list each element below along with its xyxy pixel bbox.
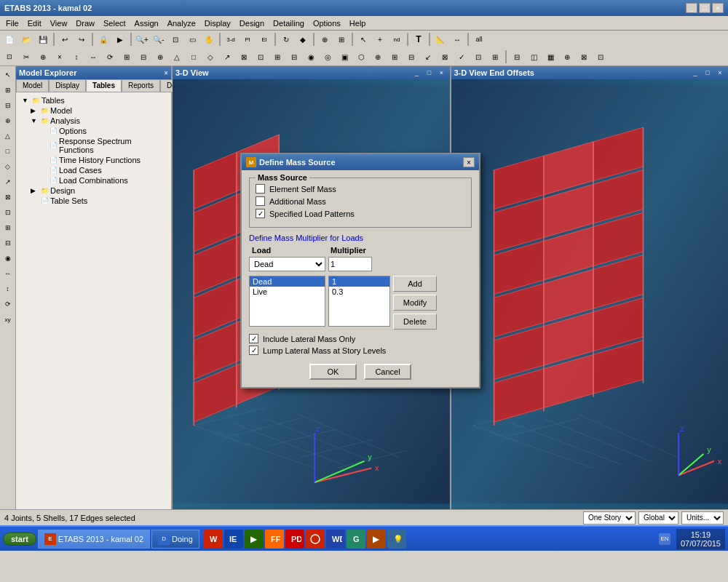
expand-analysis[interactable]: ▼ xyxy=(31,117,39,124)
tb2-13[interactable]: ◇ xyxy=(202,49,218,65)
maximize-btn[interactable]: □ xyxy=(699,3,711,13)
taskbar-etabs[interactable]: E ETABS 2013 - kamal 02 xyxy=(38,530,150,549)
taskbar-icon-3[interactable]: ▶ xyxy=(245,530,264,549)
load-list-dead[interactable]: Dead xyxy=(250,276,325,287)
add-node-btn[interactable]: + xyxy=(372,31,388,47)
left-btn17[interactable]: xy xyxy=(1,312,15,327)
tb2-24[interactable]: ⊞ xyxy=(387,49,403,65)
tb2-22[interactable]: ⬡ xyxy=(353,49,369,65)
tb2-36[interactable]: ⊡ xyxy=(593,49,609,65)
expand-design[interactable]: ▶ xyxy=(31,187,39,194)
lock-btn[interactable]: 🔒 xyxy=(95,31,111,47)
taskbar-icon-9[interactable]: ▶ xyxy=(367,530,386,549)
model-explorer-close[interactable]: × xyxy=(164,69,168,77)
left-btn5[interactable]: △ xyxy=(1,129,15,143)
left-btn11[interactable]: ⊞ xyxy=(1,220,15,235)
undo-btn[interactable]: ↩ xyxy=(57,31,73,47)
taskbar-doing[interactable]: D Doing xyxy=(151,530,199,549)
menu-options[interactable]: Options xyxy=(309,17,345,29)
left-btn14[interactable]: ↔ xyxy=(1,266,15,281)
tb2-35[interactable]: ⊠ xyxy=(576,49,592,65)
dimension-btn[interactable]: ↔ xyxy=(449,31,465,47)
tb2-2[interactable]: ✂ xyxy=(18,49,34,65)
select-btn[interactable]: ↖ xyxy=(355,31,371,47)
define-mass-source-dialog[interactable]: M Define Mass Source × Mass Source Eleme… xyxy=(240,153,480,388)
tb2-12[interactable]: □ xyxy=(186,49,202,65)
left-btn12[interactable]: ⊟ xyxy=(1,236,15,250)
new-btn[interactable]: 📄 xyxy=(1,31,17,47)
menu-draw[interactable]: Draw xyxy=(71,17,99,29)
zoom-in-btn[interactable]: 🔍+ xyxy=(134,31,150,47)
tb2-34[interactable]: ⊕ xyxy=(559,49,575,65)
left-btn9[interactable]: ⊠ xyxy=(1,190,15,204)
left-btn10[interactable]: ⊡ xyxy=(1,205,15,220)
tb2-31[interactable]: ⊟ xyxy=(509,49,525,65)
tb2-9[interactable]: ⊟ xyxy=(135,49,151,65)
left-btn13[interactable]: ◉ xyxy=(1,251,15,266)
tb2-20[interactable]: ◎ xyxy=(320,49,336,65)
global-select[interactable]: Global Local xyxy=(638,511,678,525)
all-btn[interactable]: all xyxy=(471,31,487,47)
left-btn4[interactable]: ⊕ xyxy=(1,113,15,128)
lump-lateral-checkbox[interactable]: ✓ xyxy=(249,346,258,355)
tb2-8[interactable]: ⊞ xyxy=(119,49,135,65)
cancel-button[interactable]: Cancel xyxy=(364,364,411,380)
tree-design[interactable]: ▶ 📁 Design xyxy=(19,186,168,196)
tb2-6[interactable]: ↔ xyxy=(85,49,101,65)
tab-tables[interactable]: Tables xyxy=(86,79,122,92)
tb2-23[interactable]: ⊕ xyxy=(370,49,386,65)
pan-btn[interactable]: ✋ xyxy=(201,31,217,47)
expand-model[interactable]: ▶ xyxy=(31,107,39,114)
tb2-25[interactable]: ⊟ xyxy=(403,49,419,65)
multiplier-input[interactable] xyxy=(328,257,372,271)
additional-mass-checkbox[interactable] xyxy=(256,196,265,206)
start-button[interactable]: start xyxy=(3,533,36,546)
specified-load-patterns-checkbox[interactable]: ✓ xyxy=(256,209,265,218)
delete-btn[interactable]: Delete xyxy=(393,314,437,330)
tree-load-cases[interactable]: 📄 Load Cases xyxy=(19,165,168,175)
run-btn[interactable]: ▶ xyxy=(112,31,128,47)
tb2-32[interactable]: ◫ xyxy=(526,49,542,65)
modify-btn[interactable]: Modify xyxy=(393,295,437,311)
left-select-btn[interactable]: ↖ xyxy=(1,68,15,82)
mult-list-1[interactable]: 1 xyxy=(329,276,389,287)
tb2-5[interactable]: ↕ xyxy=(68,49,84,65)
redo-btn[interactable]: ↪ xyxy=(74,31,90,47)
tb2-7[interactable]: ⟳ xyxy=(102,49,118,65)
left-btn7[interactable]: ◇ xyxy=(1,159,15,174)
dialog-close-btn[interactable]: × xyxy=(463,157,475,167)
ok-button[interactable]: OK xyxy=(309,364,357,380)
left-btn6[interactable]: □ xyxy=(1,144,15,159)
persp-btn[interactable]: ◆ xyxy=(295,31,311,47)
menu-view[interactable]: View xyxy=(46,17,72,29)
tb2-19[interactable]: ◉ xyxy=(303,49,319,65)
multiplier-list[interactable]: 1 0.3 xyxy=(328,276,390,327)
snap-btn[interactable]: ⊕ xyxy=(317,31,333,47)
load-list[interactable]: Dead Live xyxy=(249,276,325,327)
load-dropdown[interactable]: Dead Live xyxy=(249,257,325,271)
tab-model[interactable]: Model xyxy=(16,79,49,92)
taskbar-icon-5[interactable]: PDF xyxy=(285,530,304,549)
menu-help[interactable]: Help xyxy=(345,17,371,29)
elev-btn[interactable]: El xyxy=(256,31,272,47)
view-left-close[interactable]: × xyxy=(437,68,447,78)
tree-time-history[interactable]: 📄 Time History Functions xyxy=(19,155,168,165)
grid-btn[interactable]: ⊞ xyxy=(333,31,349,47)
tb2-26[interactable]: ↙ xyxy=(420,49,436,65)
tree-tables[interactable]: ▼ 📁 Tables xyxy=(19,95,168,105)
tb2-1[interactable]: ⊡ xyxy=(1,49,17,65)
units-select[interactable]: Units... xyxy=(681,511,724,525)
tb2-10[interactable]: ⊕ xyxy=(152,49,168,65)
add-btn[interactable]: Add xyxy=(393,276,437,292)
left-btn2[interactable]: ⊞ xyxy=(1,83,15,97)
3d-view-btn[interactable]: 3-d xyxy=(223,31,239,47)
taskbar-icon-6[interactable] xyxy=(306,530,325,549)
plan-btn[interactable]: Pl xyxy=(240,31,256,47)
open-btn[interactable]: 📂 xyxy=(18,31,34,47)
minimize-btn[interactable]: _ xyxy=(686,3,697,13)
menu-detailing[interactable]: Detailing xyxy=(269,17,309,29)
view-left-maximize[interactable]: □ xyxy=(424,68,435,78)
zoom-out-btn[interactable]: 🔍- xyxy=(151,31,167,47)
include-lateral-checkbox[interactable]: ✓ xyxy=(249,334,258,343)
tab-reports[interactable]: Reports xyxy=(122,79,160,92)
